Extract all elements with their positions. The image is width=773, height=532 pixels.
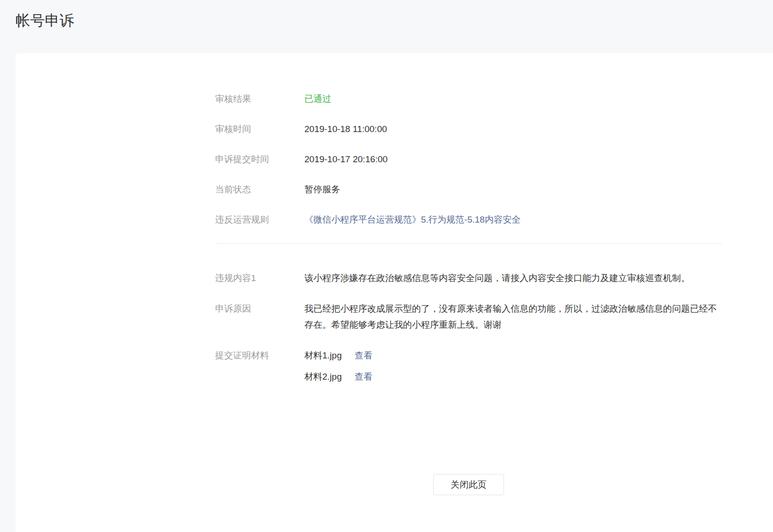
violation-content-label: 违规内容1 [215, 270, 304, 286]
appeal-submit-time-label: 申诉提交时间 [215, 153, 304, 166]
material-2-view-link[interactable]: 查看 [354, 372, 372, 382]
appeal-result-card: 审核结果 已通过 审核时间 2019-10-18 11:00:00 申诉提交时间… [16, 53, 773, 532]
appeal-reason-label: 申诉原因 [215, 301, 304, 333]
material-1-filename: 材料1.jpg [304, 350, 342, 360]
proof-materials-label: 提交证明材料 [215, 348, 304, 385]
violation-detail-section: 违规内容1 该小程序涉嫌存在政治敏感信息等内容安全问题，请接入内容安全接口能力及… [215, 270, 722, 385]
violated-rule-link[interactable]: 《微信小程序平台运营规范》5.行为规范-5.18内容安全 [304, 215, 521, 224]
material-2-filename: 材料2.jpg [304, 372, 342, 382]
row-violated-rule: 违反运营规则 《微信小程序平台运营规范》5.行为规范-5.18内容安全 [215, 213, 722, 226]
material-file-row: 材料1.jpg 查看 [304, 348, 722, 364]
review-result-label: 审核结果 [215, 92, 304, 106]
review-result-value: 已通过 [304, 92, 331, 106]
section-divider [215, 243, 722, 244]
row-appeal-reason: 申诉原因 我已经把小程序改成展示型的了，没有原来读者输入信息的功能，所以，过滤政… [215, 301, 722, 333]
review-time-value: 2019-10-18 11:00:00 [304, 123, 387, 136]
row-review-result: 审核结果 已通过 [215, 92, 722, 106]
material-1-view-link[interactable]: 查看 [354, 350, 372, 360]
row-current-status: 当前状态 暂停服务 [215, 183, 722, 196]
appeal-submit-time-value: 2019-10-17 20:16:00 [304, 153, 387, 166]
close-page-button[interactable]: 关闭此页 [433, 474, 504, 495]
row-proof-materials: 提交证明材料 材料1.jpg 查看 材料2.jpg 查看 [215, 348, 722, 385]
violation-content-value: 该小程序涉嫌存在政治敏感信息等内容安全问题，请接入内容安全接口能力及建立审核巡查… [304, 270, 722, 286]
proof-materials-list: 材料1.jpg 查看 材料2.jpg 查看 [304, 348, 722, 385]
appeal-detail-form: 审核结果 已通过 审核时间 2019-10-18 11:00:00 申诉提交时间… [215, 53, 722, 495]
row-appeal-submit-time: 申诉提交时间 2019-10-17 20:16:00 [215, 153, 722, 166]
row-review-time: 审核时间 2019-10-18 11:00:00 [215, 123, 722, 136]
page-title: 帐号申诉 [16, 11, 74, 30]
button-area: 关闭此页 [215, 474, 722, 495]
row-violation-content: 违规内容1 该小程序涉嫌存在政治敏感信息等内容安全问题，请接入内容安全接口能力及… [215, 270, 722, 286]
review-time-label: 审核时间 [215, 123, 304, 136]
current-status-label: 当前状态 [215, 183, 304, 196]
material-file-row: 材料2.jpg 查看 [304, 369, 722, 385]
violated-rule-label: 违反运营规则 [215, 213, 304, 226]
current-status-value: 暂停服务 [304, 183, 340, 196]
appeal-reason-value: 我已经把小程序改成展示型的了，没有原来读者输入信息的功能，所以，过滤政治敏感信息… [304, 301, 722, 333]
